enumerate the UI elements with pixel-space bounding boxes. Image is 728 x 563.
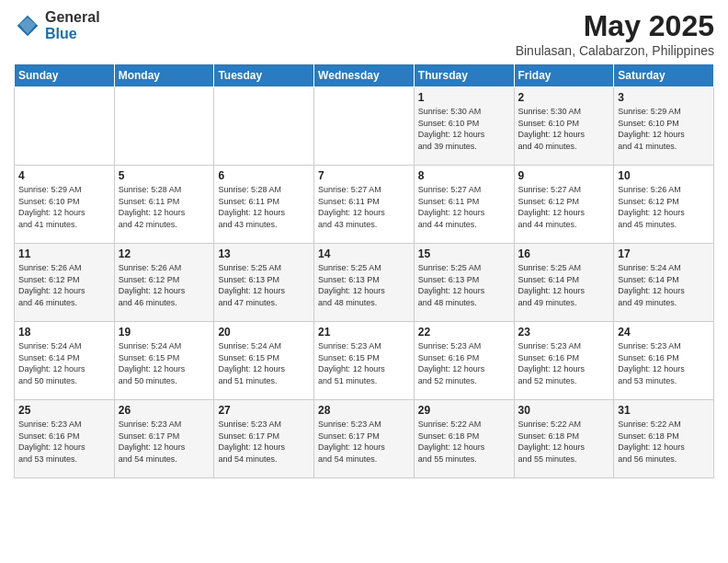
day-number: 15 [418, 247, 510, 260]
calendar-cell [15, 87, 115, 166]
day-number: 22 [418, 326, 510, 339]
day-number: 20 [218, 326, 310, 339]
cell-sun-info: Sunrise: 5:29 AM Sunset: 6:10 PM Dayligh… [618, 106, 710, 152]
calendar-cell: 29Sunrise: 5:22 AM Sunset: 6:18 PM Dayli… [414, 400, 514, 478]
calendar-cell: 12Sunrise: 5:26 AM Sunset: 6:12 PM Dayli… [114, 244, 214, 322]
calendar-table: SundayMondayTuesdayWednesdayThursdayFrid… [14, 63, 714, 478]
cell-sun-info: Sunrise: 5:29 AM Sunset: 6:10 PM Dayligh… [18, 184, 110, 230]
day-number: 14 [318, 247, 410, 260]
day-number: 6 [218, 169, 310, 182]
weekday-header-sunday: Sunday [15, 64, 115, 87]
calendar-cell: 20Sunrise: 5:24 AM Sunset: 6:15 PM Dayli… [214, 322, 314, 400]
cell-sun-info: Sunrise: 5:30 AM Sunset: 6:10 PM Dayligh… [518, 106, 610, 152]
location-subtitle: Binulasan, Calabarzon, Philippines [516, 43, 714, 58]
calendar-body: 1Sunrise: 5:30 AM Sunset: 6:10 PM Daylig… [15, 87, 714, 478]
day-number: 25 [18, 404, 110, 417]
logo-general-text: General [45, 9, 100, 26]
day-number: 12 [119, 247, 210, 260]
calendar-cell: 31Sunrise: 5:22 AM Sunset: 6:18 PM Dayli… [614, 400, 714, 478]
day-number: 13 [218, 247, 310, 260]
cell-sun-info: Sunrise: 5:23 AM Sunset: 6:16 PM Dayligh… [18, 419, 110, 465]
cell-sun-info: Sunrise: 5:23 AM Sunset: 6:16 PM Dayligh… [618, 340, 710, 386]
calendar-cell: 16Sunrise: 5:25 AM Sunset: 6:14 PM Dayli… [514, 244, 614, 322]
calendar-cell: 22Sunrise: 5:23 AM Sunset: 6:16 PM Dayli… [414, 322, 514, 400]
calendar-cell: 4Sunrise: 5:29 AM Sunset: 6:10 PM Daylig… [15, 166, 115, 244]
cell-sun-info: Sunrise: 5:27 AM Sunset: 6:11 PM Dayligh… [318, 184, 410, 230]
calendar-cell: 24Sunrise: 5:23 AM Sunset: 6:16 PM Dayli… [614, 322, 714, 400]
cell-sun-info: Sunrise: 5:23 AM Sunset: 6:16 PM Dayligh… [518, 340, 610, 386]
calendar-cell: 15Sunrise: 5:25 AM Sunset: 6:13 PM Dayli… [414, 244, 514, 322]
day-number: 10 [618, 169, 710, 182]
calendar-cell: 13Sunrise: 5:25 AM Sunset: 6:13 PM Dayli… [214, 244, 314, 322]
weekday-header-thursday: Thursday [414, 64, 514, 87]
cell-sun-info: Sunrise: 5:22 AM Sunset: 6:18 PM Dayligh… [618, 419, 710, 465]
cell-sun-info: Sunrise: 5:24 AM Sunset: 6:14 PM Dayligh… [18, 340, 110, 386]
weekday-header-tuesday: Tuesday [214, 64, 314, 87]
cell-sun-info: Sunrise: 5:22 AM Sunset: 6:18 PM Dayligh… [518, 419, 610, 465]
calendar-cell: 5Sunrise: 5:28 AM Sunset: 6:11 PM Daylig… [114, 166, 214, 244]
cell-sun-info: Sunrise: 5:28 AM Sunset: 6:11 PM Dayligh… [119, 184, 210, 230]
cell-sun-info: Sunrise: 5:27 AM Sunset: 6:12 PM Dayligh… [518, 184, 610, 230]
day-number: 7 [318, 169, 410, 182]
logo-icon [14, 12, 41, 40]
calendar-cell: 23Sunrise: 5:23 AM Sunset: 6:16 PM Dayli… [514, 322, 614, 400]
cell-sun-info: Sunrise: 5:25 AM Sunset: 6:13 PM Dayligh… [218, 262, 310, 308]
calendar-cell: 11Sunrise: 5:26 AM Sunset: 6:12 PM Dayli… [15, 244, 115, 322]
cell-sun-info: Sunrise: 5:23 AM Sunset: 6:15 PM Dayligh… [318, 340, 410, 386]
calendar-cell: 1Sunrise: 5:30 AM Sunset: 6:10 PM Daylig… [414, 87, 514, 166]
calendar-week-row: 11Sunrise: 5:26 AM Sunset: 6:12 PM Dayli… [15, 244, 714, 322]
calendar-cell: 8Sunrise: 5:27 AM Sunset: 6:11 PM Daylig… [414, 166, 514, 244]
calendar-week-row: 18Sunrise: 5:24 AM Sunset: 6:14 PM Dayli… [15, 322, 714, 400]
day-number: 23 [518, 326, 610, 339]
calendar-cell: 14Sunrise: 5:25 AM Sunset: 6:13 PM Dayli… [314, 244, 415, 322]
calendar-week-row: 25Sunrise: 5:23 AM Sunset: 6:16 PM Dayli… [15, 400, 714, 478]
calendar-cell: 3Sunrise: 5:29 AM Sunset: 6:10 PM Daylig… [614, 87, 714, 166]
cell-sun-info: Sunrise: 5:26 AM Sunset: 6:12 PM Dayligh… [119, 262, 210, 308]
page-header: General Blue May 2025 Binulasan, Calabar… [14, 9, 714, 58]
day-number: 4 [18, 169, 110, 182]
cell-sun-info: Sunrise: 5:23 AM Sunset: 6:17 PM Dayligh… [218, 419, 310, 465]
day-number: 21 [318, 326, 410, 339]
cell-sun-info: Sunrise: 5:25 AM Sunset: 6:13 PM Dayligh… [418, 262, 510, 308]
day-number: 19 [119, 326, 210, 339]
day-number: 26 [119, 404, 210, 417]
day-number: 8 [418, 169, 510, 182]
day-number: 11 [18, 247, 110, 260]
calendar-cell: 27Sunrise: 5:23 AM Sunset: 6:17 PM Dayli… [214, 400, 314, 478]
day-number: 31 [618, 404, 710, 417]
cell-sun-info: Sunrise: 5:23 AM Sunset: 6:16 PM Dayligh… [418, 340, 510, 386]
cell-sun-info: Sunrise: 5:22 AM Sunset: 6:18 PM Dayligh… [418, 419, 510, 465]
day-number: 27 [218, 404, 310, 417]
calendar-cell: 9Sunrise: 5:27 AM Sunset: 6:12 PM Daylig… [514, 166, 614, 244]
weekday-header-row: SundayMondayTuesdayWednesdayThursdayFrid… [15, 64, 714, 87]
weekday-header-friday: Friday [514, 64, 614, 87]
weekday-header-monday: Monday [114, 64, 214, 87]
calendar-cell [314, 87, 415, 166]
cell-sun-info: Sunrise: 5:23 AM Sunset: 6:17 PM Dayligh… [119, 419, 210, 465]
cell-sun-info: Sunrise: 5:28 AM Sunset: 6:11 PM Dayligh… [218, 184, 310, 230]
calendar-cell: 7Sunrise: 5:27 AM Sunset: 6:11 PM Daylig… [314, 166, 415, 244]
day-number: 28 [318, 404, 410, 417]
cell-sun-info: Sunrise: 5:30 AM Sunset: 6:10 PM Dayligh… [418, 106, 510, 152]
day-number: 3 [618, 91, 710, 104]
calendar-cell: 17Sunrise: 5:24 AM Sunset: 6:14 PM Dayli… [614, 244, 714, 322]
day-number: 18 [18, 326, 110, 339]
calendar-cell: 6Sunrise: 5:28 AM Sunset: 6:11 PM Daylig… [214, 166, 314, 244]
cell-sun-info: Sunrise: 5:26 AM Sunset: 6:12 PM Dayligh… [618, 184, 710, 230]
weekday-header-wednesday: Wednesday [314, 64, 415, 87]
calendar-week-row: 1Sunrise: 5:30 AM Sunset: 6:10 PM Daylig… [15, 87, 714, 166]
day-number: 17 [618, 247, 710, 260]
calendar-cell [214, 87, 314, 166]
day-number: 9 [518, 169, 610, 182]
cell-sun-info: Sunrise: 5:23 AM Sunset: 6:17 PM Dayligh… [318, 419, 410, 465]
day-number: 1 [418, 91, 510, 104]
calendar-cell: 2Sunrise: 5:30 AM Sunset: 6:10 PM Daylig… [514, 87, 614, 166]
cell-sun-info: Sunrise: 5:24 AM Sunset: 6:15 PM Dayligh… [218, 340, 310, 386]
calendar-cell: 30Sunrise: 5:22 AM Sunset: 6:18 PM Dayli… [514, 400, 614, 478]
svg-marker-1 [19, 17, 36, 34]
logo-blue-text: Blue [45, 26, 100, 42]
calendar-cell: 25Sunrise: 5:23 AM Sunset: 6:16 PM Dayli… [15, 400, 115, 478]
cell-sun-info: Sunrise: 5:24 AM Sunset: 6:15 PM Dayligh… [119, 340, 210, 386]
calendar-cell [114, 87, 214, 166]
calendar-header: SundayMondayTuesdayWednesdayThursdayFrid… [15, 64, 714, 87]
